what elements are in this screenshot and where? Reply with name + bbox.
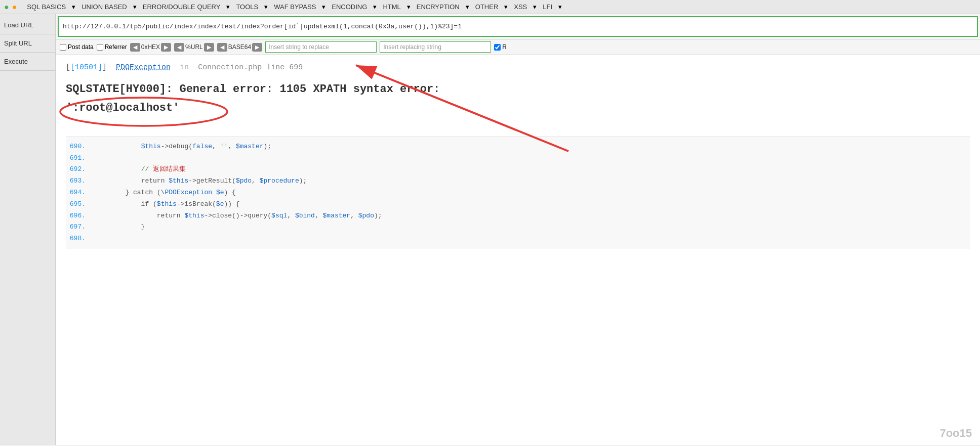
referrer-checkbox-label[interactable]: Referrer [97,43,127,51]
line-number: 697. [66,222,94,233]
line-number: 693. [66,176,94,187]
url-encode-btn[interactable]: ▶ [204,43,214,52]
sidebar: Load URL Split URL Execute [0,14,56,445]
error-bracket-close: ] [102,63,107,72]
file-location: Connection.php line 699 [198,63,303,72]
code-text: } catch (\PDOException $e) { [94,188,236,198]
table-row: 694. } catch (\PDOException $e) { [66,187,970,199]
insert-replace-input[interactable] [265,41,377,53]
menu-union-based[interactable]: UNION BASED [77,2,131,12]
code-text: return $this->getResult($pdo, $procedure… [94,176,307,187]
line-number: 694. [66,188,94,198]
base64-label: BASE64 [228,43,251,51]
table-row: 697. } [66,221,970,233]
code-text: } [94,222,145,233]
pdo-exception-link[interactable]: PDOException [116,63,171,72]
referrer-label: Referrer [105,43,127,51]
menu-lfi[interactable]: LFI [539,2,556,12]
sidebar-execute-label: Execute [4,58,28,65]
menu-waf-bypass[interactable]: WAF BYPASS [270,2,320,12]
watermark: 7oo15 [940,427,972,440]
sidebar-load-url[interactable]: Load URL [0,16,55,34]
url-encode-group: ◀ %URL ▶ [174,43,214,52]
menu-encoding[interactable]: ENCODING [328,2,371,12]
table-row: 692. // 返回结果集 [66,164,970,175]
table-row: 691. [66,153,970,164]
post-data-checkbox[interactable] [60,44,66,51]
replace-label: R [502,43,507,51]
post-data-label: Post data [68,43,94,51]
line-number: 691. [66,153,94,164]
replace-checkbox-label[interactable]: R [494,43,507,51]
main-content: Post data Referrer ◀ 0xHEX ▶ ◀ %URL ▶ ◀ [56,14,980,445]
url-label: %URL [185,43,203,51]
hex-encode-btn[interactable]: ▶ [161,43,171,52]
hex-encode-group: ◀ 0xHEX ▶ [130,43,171,52]
code-text: $this->debug(false, '', $master); [94,142,271,152]
code-text: if ($this->isBreak($e)) { [94,199,240,210]
base64-encode-group: ◀ BASE64 ▶ [217,43,262,52]
dot-green-icon: ● [4,3,9,12]
line-number: 692. [66,164,94,175]
menu-xss[interactable]: XSS [510,2,531,12]
dot-orange-icon: ● [12,3,17,12]
replace-checkbox[interactable] [494,44,501,51]
sidebar-split-url-label: Split URL [4,39,32,47]
menu-bar: ● ● SQL BASICS▾ UNION BASED▾ ERROR/DOUBL… [0,0,980,14]
table-row: 693. return $this->getResult($pdo, $proc… [66,175,970,187]
menu-tools[interactable]: TOOLS [232,2,262,12]
toolbar-row: Post data Referrer ◀ 0xHEX ▶ ◀ %URL ▶ ◀ [56,39,980,55]
error-line: [[10501]] PDOException in Connection.php… [66,63,970,72]
sidebar-execute[interactable]: Execute [0,53,55,71]
insert-replacing-input[interactable] [380,41,491,53]
menu-other[interactable]: OTHER [471,2,503,12]
oval-highlight [58,96,230,128]
line-number: 690. [66,142,94,152]
base64-encode-btn[interactable]: ▶ [252,43,262,52]
menu-sql-basics[interactable]: SQL BASICS [23,2,70,12]
url-input[interactable] [58,16,978,37]
error-code: [10501] [70,63,102,72]
error-bracket: [ [66,63,70,72]
line-number: 695. [66,199,94,210]
hex-label: 0xHEX [141,43,160,51]
svg-point-2 [60,98,227,126]
hex-decode-btn[interactable]: ◀ [130,43,140,52]
table-row: 695. if ($this->isBreak($e)) { [66,199,970,210]
url-decode-btn[interactable]: ◀ [174,43,184,52]
post-data-checkbox-label[interactable]: Post data [60,43,94,51]
base64-decode-btn[interactable]: ◀ [217,43,227,52]
sidebar-split-url[interactable]: Split URL [0,34,55,53]
referrer-checkbox[interactable] [97,44,103,51]
table-row: 698. [66,233,970,245]
sidebar-load-url-label: Load URL [4,21,34,29]
code-section: 690. $this->debug(false, '', $master); 6… [66,137,970,249]
output-area: [[10501]] PDOException in Connection.php… [56,55,980,445]
code-text: // 返回结果集 [94,164,186,175]
in-word: in [180,63,189,72]
menu-html[interactable]: HTML [379,2,404,12]
line-number: 698. [66,234,94,244]
table-row: 690. $this->debug(false, '', $master); [66,141,970,153]
url-bar-area [56,14,980,39]
menu-error-double[interactable]: ERROR/DOUBLE QUERY [139,2,225,12]
menu-encryption[interactable]: ENCRYPTION [413,2,464,12]
url-input-wrapper [58,16,978,37]
table-row: 696. return $this->close()->query($sql, … [66,210,970,222]
code-text: return $this->close()->query($sql, $bind… [94,211,382,221]
app-layout: Load URL Split URL Execute Post data Ref… [0,14,980,445]
line-number: 696. [66,211,94,221]
